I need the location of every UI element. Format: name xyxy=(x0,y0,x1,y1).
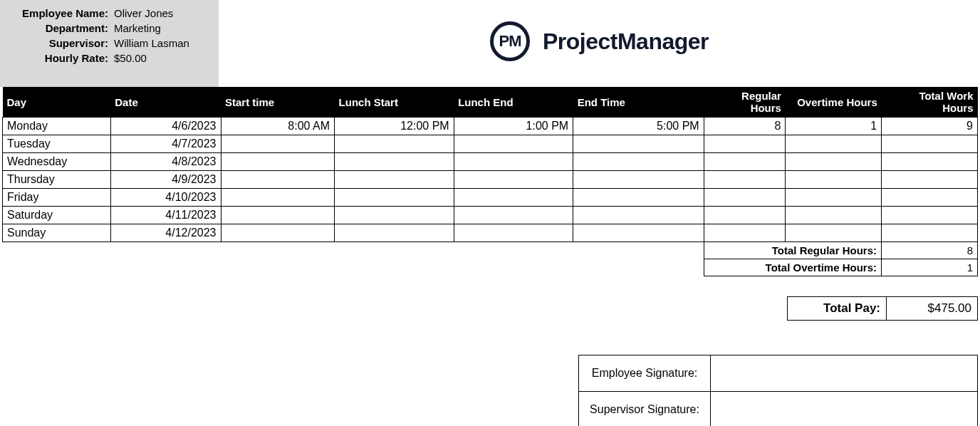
cell-day: Monday xyxy=(3,118,111,135)
cell-regular[interactable] xyxy=(704,135,786,153)
cell-end[interactable] xyxy=(573,189,704,207)
total-pay-label: Total Pay: xyxy=(787,296,887,321)
cell-start[interactable] xyxy=(221,207,335,224)
cell-day: Sunday xyxy=(3,224,111,242)
cell-overtime[interactable] xyxy=(786,224,882,242)
cell-end[interactable] xyxy=(573,224,704,242)
brand-mark-icon: PM xyxy=(490,21,530,61)
col-day: Day xyxy=(3,87,111,118)
cell-lunch-end[interactable] xyxy=(454,224,573,242)
employee-info-box: Employee Name: Oliver Jones Department: … xyxy=(0,0,219,87)
cell-lunch-start[interactable] xyxy=(335,189,454,207)
employee-signature-field[interactable] xyxy=(711,355,978,392)
table-row: Wednesday 4/8/2023 xyxy=(3,153,978,171)
cell-lunch-end[interactable] xyxy=(454,153,573,171)
cell-lunch-start[interactable]: 12:00 PM xyxy=(335,118,454,135)
timesheet-table: Day Date Start time Lunch Start Lunch En… xyxy=(2,87,978,242)
hourly-rate-value: $50.00 xyxy=(113,52,147,64)
cell-overtime[interactable]: 1 xyxy=(786,118,882,135)
cell-lunch-end[interactable] xyxy=(454,189,573,207)
cell-date: 4/12/2023 xyxy=(110,224,221,242)
cell-total: 9 xyxy=(882,118,978,135)
col-regular-hours: Regular Hours xyxy=(704,87,786,118)
cell-start[interactable] xyxy=(221,171,335,189)
totals-block: Total Regular Hours: 8 Total Overtime Ho… xyxy=(2,242,978,276)
cell-end[interactable] xyxy=(573,207,704,224)
header-region: Employee Name: Oliver Jones Department: … xyxy=(0,0,980,87)
cell-total xyxy=(882,135,978,153)
cell-lunch-start[interactable] xyxy=(335,153,454,171)
cell-date: 4/9/2023 xyxy=(110,171,221,189)
cell-regular[interactable] xyxy=(704,153,786,171)
supervisor-label: Supervisor: xyxy=(6,37,113,49)
cell-total xyxy=(882,153,978,171)
cell-lunch-start[interactable] xyxy=(335,224,454,242)
cell-end[interactable]: 5:00 PM xyxy=(573,118,704,135)
cell-day: Wednesday xyxy=(3,153,111,171)
cell-day: Tuesday xyxy=(3,135,111,153)
table-row: Monday 4/6/2023 8:00 AM 12:00 PM 1:00 PM… xyxy=(3,118,978,135)
cell-total xyxy=(882,189,978,207)
department-value: Marketing xyxy=(113,22,161,34)
cell-day: Thursday xyxy=(3,171,111,189)
employee-name-value: Oliver Jones xyxy=(113,7,173,19)
cell-total xyxy=(882,207,978,224)
col-end-time: End Time xyxy=(573,87,704,118)
cell-overtime[interactable] xyxy=(786,207,882,224)
cell-start[interactable] xyxy=(221,153,335,171)
cell-regular[interactable] xyxy=(704,189,786,207)
employee-name-label: Employee Name: xyxy=(6,7,113,19)
col-total-hours: Total Work Hours xyxy=(882,87,978,118)
cell-lunch-end[interactable]: 1:00 PM xyxy=(454,118,573,135)
table-row: Friday 4/10/2023 xyxy=(3,189,978,207)
cell-overtime[interactable] xyxy=(786,171,882,189)
col-start-time: Start time xyxy=(221,87,335,118)
col-lunch-start: Lunch Start xyxy=(335,87,454,118)
cell-start[interactable] xyxy=(221,189,335,207)
table-row: Saturday 4/11/2023 xyxy=(3,207,978,224)
cell-regular[interactable] xyxy=(704,207,786,224)
cell-lunch-start[interactable] xyxy=(335,171,454,189)
cell-lunch-end[interactable] xyxy=(454,135,573,153)
cell-start[interactable] xyxy=(221,224,335,242)
cell-overtime[interactable] xyxy=(786,153,882,171)
logo-region: PM ProjectManager xyxy=(219,0,980,61)
cell-date: 4/10/2023 xyxy=(110,189,221,207)
table-row: Sunday 4/12/2023 xyxy=(3,224,978,242)
cell-overtime[interactable] xyxy=(786,189,882,207)
cell-end[interactable] xyxy=(573,171,704,189)
cell-overtime[interactable] xyxy=(786,135,882,153)
total-overtime-hours-label: Total Overtime Hours: xyxy=(704,259,882,276)
total-pay-block: Total Pay: $475.00 xyxy=(2,296,978,321)
supervisor-signature-field[interactable] xyxy=(711,392,978,427)
supervisor-value: William Lasman xyxy=(113,37,189,49)
col-overtime-hours: Overtime Hours xyxy=(786,87,882,118)
cell-lunch-end[interactable] xyxy=(454,171,573,189)
col-lunch-end: Lunch End xyxy=(454,87,573,118)
cell-date: 4/7/2023 xyxy=(110,135,221,153)
cell-day: Friday xyxy=(3,189,111,207)
hourly-rate-label: Hourly Rate: xyxy=(6,52,113,64)
col-date: Date xyxy=(110,87,221,118)
total-overtime-hours-value: 1 xyxy=(882,259,978,276)
cell-end[interactable] xyxy=(573,153,704,171)
cell-day: Saturday xyxy=(3,207,111,224)
cell-regular[interactable] xyxy=(704,171,786,189)
cell-start[interactable]: 8:00 AM xyxy=(221,118,335,135)
table-row: Thursday 4/9/2023 xyxy=(3,171,978,189)
total-regular-hours-label: Total Regular Hours: xyxy=(704,242,882,259)
cell-date: 4/11/2023 xyxy=(110,207,221,224)
department-label: Department: xyxy=(6,22,113,34)
cell-lunch-end[interactable] xyxy=(454,207,573,224)
total-pay-value: $475.00 xyxy=(887,296,978,321)
cell-date: 4/8/2023 xyxy=(110,153,221,171)
supervisor-signature-label: Supervisor Signature: xyxy=(579,392,711,427)
cell-end[interactable] xyxy=(573,135,704,153)
cell-date: 4/6/2023 xyxy=(110,118,221,135)
cell-lunch-start[interactable] xyxy=(335,135,454,153)
cell-lunch-start[interactable] xyxy=(335,207,454,224)
cell-start[interactable] xyxy=(221,135,335,153)
cell-regular[interactable]: 8 xyxy=(704,118,786,135)
cell-regular[interactable] xyxy=(704,224,786,242)
cell-total xyxy=(882,224,978,242)
